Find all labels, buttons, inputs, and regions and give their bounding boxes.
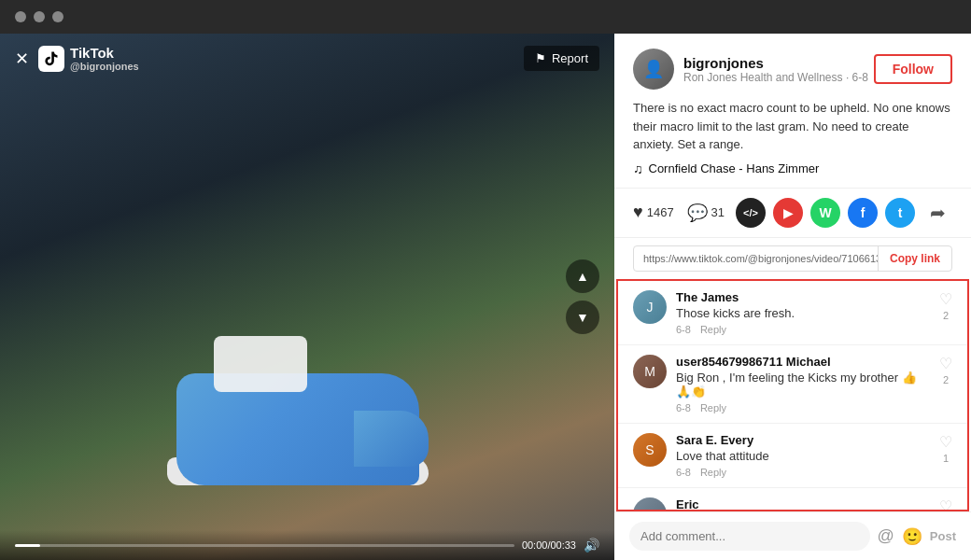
- nav-up-button[interactable]: ▲: [566, 259, 599, 293]
- comment-content: Sara E. Every Love that attitude 6-8 Rep…: [676, 433, 930, 478]
- report-button[interactable]: ⚑ Report: [524, 46, 599, 71]
- close-button[interactable]: ✕: [15, 49, 29, 69]
- shoe-container: [158, 317, 438, 485]
- right-panel: 👤 bigronjones Ron Jones Health and Welln…: [614, 34, 971, 560]
- shoe-laces: [214, 336, 307, 392]
- comment-time: 6-8: [676, 324, 691, 335]
- url-text: https://www.tiktok.com/@bigronjones/vide…: [634, 247, 878, 270]
- profile-section: 👤 bigronjones Ron Jones Health and Welln…: [614, 34, 971, 189]
- comment-username: The James: [676, 290, 930, 304]
- video-header-left: ✕ TikTok @bigronjones: [15, 45, 139, 72]
- progress-bar-background[interactable]: [15, 544, 514, 547]
- video-controls: 00:00/00:33 🔊: [0, 530, 614, 560]
- music-label: Cornfield Chase - Hans Zimmer: [649, 161, 820, 175]
- comment-item: J The James Those kicks are fresh. 6-8 R…: [618, 281, 967, 345]
- embed-share-button[interactable]: </>: [736, 198, 766, 228]
- comment-item: S Sara E. Every Love that attitude 6-8 R…: [618, 424, 967, 488]
- facebook-share-button[interactable]: f: [848, 198, 878, 228]
- tiktok-icon: [38, 46, 64, 72]
- progress-bar-fill: [15, 544, 40, 547]
- comment-username: Eric: [676, 497, 930, 511]
- comment-like: ♡ 2: [939, 290, 952, 335]
- time-display: 00:00/00:33: [522, 539, 576, 551]
- comment-time: 6-8: [676, 402, 691, 413]
- comment-time: 6-8: [676, 467, 691, 478]
- profile-username[interactable]: bigronjones: [683, 55, 868, 71]
- shoe-toe: [354, 411, 429, 467]
- comment-content: The James Those kicks are fresh. 6-8 Rep…: [676, 290, 930, 335]
- progress-bar-wrap: 00:00/00:33 🔊: [15, 538, 599, 553]
- comment-text: Big Ron , I'm feeling the Kicks my broth…: [676, 371, 930, 399]
- shoe-visual: [158, 317, 457, 504]
- comment-avatar: J: [633, 290, 667, 324]
- comment-heart-icon[interactable]: ♡: [939, 433, 952, 451]
- comment-reply[interactable]: Reply: [700, 467, 726, 478]
- description: There is no exact macro count to be uphe…: [633, 99, 952, 154]
- comment-like-count: 1: [943, 453, 949, 464]
- emoji-icon[interactable]: 🙂: [902, 526, 922, 547]
- tiktok-label: TikTok @bigronjones: [70, 45, 139, 72]
- tiktok-logo: TikTok @bigronjones: [38, 45, 139, 72]
- volume-icon[interactable]: 🔊: [584, 538, 599, 553]
- comments-section[interactable]: J The James Those kicks are fresh. 6-8 R…: [616, 279, 969, 512]
- traffic-dot-2: [34, 11, 45, 22]
- comment-meta: 6-8 Reply: [676, 324, 930, 335]
- comment-meta: 6-8 Reply: [676, 467, 930, 478]
- tiktok-share-button[interactable]: ▶: [773, 198, 803, 228]
- profile-left: 👤 bigronjones Ron Jones Health and Welln…: [633, 49, 868, 90]
- comment-avatar: S: [633, 433, 667, 467]
- copy-link-button[interactable]: Copy link: [878, 246, 951, 271]
- comment-avatar: E: [633, 497, 667, 512]
- music-note-icon: ♫: [633, 161, 643, 176]
- avatar: 👤: [633, 49, 674, 90]
- comment-avatar: M: [633, 355, 667, 388]
- post-button[interactable]: Post: [930, 529, 956, 543]
- video-header: ✕ TikTok @bigronjones ⚑ Report: [0, 34, 614, 83]
- comment-reply[interactable]: Reply: [700, 324, 726, 335]
- video-panel: ✕ TikTok @bigronjones ⚑ Report: [0, 34, 614, 560]
- comment-username: Sara E. Every: [676, 433, 930, 447]
- actions-row: ♥ 1467 💬 31 </> ▶ W f t ➦: [614, 189, 971, 238]
- comment-heart-icon[interactable]: ♡: [939, 290, 952, 308]
- follow-button[interactable]: Follow: [874, 54, 952, 84]
- report-label: Report: [552, 51, 588, 65]
- platform-name: TikTok: [70, 45, 139, 61]
- traffic-dot-3: [52, 11, 63, 22]
- comment-heart-icon[interactable]: ♡: [939, 355, 952, 372]
- like-action[interactable]: ♥ 1467: [633, 203, 674, 222]
- comment-heart-icon[interactable]: ♡: [939, 497, 952, 512]
- comment-like-count: 2: [943, 374, 949, 385]
- add-comment-input[interactable]: [629, 522, 870, 551]
- comment-like: ♡ 1: [939, 433, 952, 478]
- video-username: @bigronjones: [70, 61, 139, 72]
- comment-like-count: 2: [943, 310, 949, 321]
- comment-meta: 6-8 Reply: [676, 402, 930, 413]
- profile-info: bigronjones Ron Jones Health and Wellnes…: [683, 55, 868, 84]
- flag-icon: ⚑: [535, 51, 546, 65]
- more-share-button[interactable]: ➦: [922, 198, 952, 228]
- comment-like: ♡: [939, 497, 952, 512]
- comments-count: 31: [711, 205, 725, 219]
- comment-text: Love that attitude: [676, 449, 930, 463]
- heart-icon: ♥: [633, 203, 643, 222]
- comment-item: E Eric Where did you get those shoes? 6-…: [618, 488, 967, 512]
- add-comment-bar: @ 🙂 Post: [614, 511, 971, 560]
- at-icon[interactable]: @: [878, 526, 894, 546]
- comment-action[interactable]: 💬 31: [687, 203, 725, 223]
- comment-content: user854679986711 Michael Big Ron , I'm f…: [676, 355, 930, 413]
- comment-like: ♡ 2: [939, 355, 952, 413]
- likes-count: 1467: [647, 205, 674, 219]
- twitter-share-button[interactable]: t: [885, 198, 915, 228]
- action-left: ♥ 1467 💬 31: [633, 203, 725, 223]
- comment-reply[interactable]: Reply: [700, 402, 726, 413]
- nav-arrows: ▲ ▼: [566, 259, 599, 334]
- comment-item: M user854679986711 Michael Big Ron , I'm…: [618, 345, 967, 424]
- nav-down-button[interactable]: ▼: [566, 301, 599, 334]
- whatsapp-share-button[interactable]: W: [810, 198, 840, 228]
- comment-content: Eric Where did you get those shoes? 6-8 …: [676, 497, 930, 512]
- comment-username: user854679986711 Michael: [676, 355, 930, 369]
- music-row: ♫ Cornfield Chase - Hans Zimmer: [633, 161, 952, 176]
- traffic-dot-1: [15, 11, 26, 22]
- profile-row: 👤 bigronjones Ron Jones Health and Welln…: [633, 49, 952, 90]
- url-bar: https://www.tiktok.com/@bigronjones/vide…: [633, 245, 952, 272]
